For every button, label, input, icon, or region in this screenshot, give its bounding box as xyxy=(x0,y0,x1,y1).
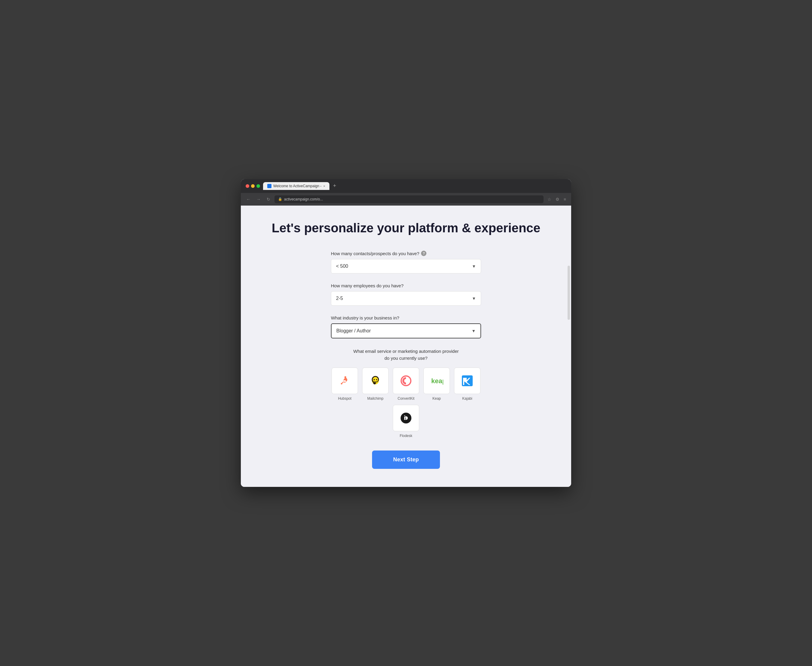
hubspot-icon-box xyxy=(332,368,358,394)
new-tab-button[interactable]: + xyxy=(331,183,338,189)
extensions-icon[interactable]: ⚙ xyxy=(554,196,561,203)
tab-close-icon[interactable]: × xyxy=(324,184,325,188)
convertkit-label: ConvertKit xyxy=(398,396,414,401)
employees-dropdown-arrow: ▼ xyxy=(472,296,476,301)
page-title: Let's personalize your platform & experi… xyxy=(272,221,541,236)
traffic-lights xyxy=(246,184,260,188)
industry-label: What industry is your business in? xyxy=(331,315,481,320)
mailchimp-label: Mailchimp xyxy=(367,396,383,401)
next-step-container: Next Step xyxy=(331,447,481,469)
employees-label: How many employees do you have? xyxy=(331,283,481,288)
toolbar-icons: ☆ ⚙ ≡ xyxy=(546,196,567,203)
flodesk-icon: i i xyxy=(399,411,413,425)
svg-point-2 xyxy=(376,379,377,380)
close-button[interactable] xyxy=(246,184,249,188)
employees-group: How many employees do you have? 2-5 ▼ xyxy=(331,283,481,306)
maximize-button[interactable] xyxy=(256,184,260,188)
keap-icon-box: keap xyxy=(423,368,450,394)
scrollbar[interactable] xyxy=(567,266,570,320)
back-button[interactable]: ← xyxy=(245,196,252,203)
kajabi-label: Kajabi xyxy=(462,396,472,401)
contacts-select[interactable]: < 500 ▼ xyxy=(331,259,481,274)
forward-button[interactable]: → xyxy=(255,196,263,203)
kajabi-icon-box xyxy=(454,368,480,394)
active-tab[interactable]: Welcome to ActiveCampaign - × xyxy=(263,182,329,190)
provider-card-flodesk[interactable]: i i Flodesk xyxy=(393,405,419,438)
contacts-value: < 500 xyxy=(336,264,348,269)
menu-icon[interactable]: ≡ xyxy=(562,196,567,203)
browser-window: Welcome to ActiveCampaign - × + ← → ↻ 🔒 … xyxy=(241,179,571,487)
url-text: activecampaign.com/o... xyxy=(284,197,323,201)
hubspot-label: Hubspot xyxy=(338,396,352,401)
employees-select[interactable]: 2-5 ▼ xyxy=(331,291,481,306)
flodesk-icon-box: i i xyxy=(393,405,419,431)
tab-bar: Welcome to ActiveCampaign - × + xyxy=(263,182,566,190)
provider-card-convertkit[interactable]: ConvertKit xyxy=(393,368,419,401)
providers-grid: Hubspot xyxy=(331,368,481,438)
industry-select[interactable]: Blogger / Author ▼ xyxy=(331,323,481,338)
contacts-group: How many contacts/prospects do you have?… xyxy=(331,251,481,274)
browser-toolbar: ← → ↻ 🔒 activecampaign.com/o... ☆ ⚙ ≡ xyxy=(241,193,571,206)
lock-icon: 🔒 xyxy=(278,197,282,201)
contacts-help-icon[interactable]: ? xyxy=(421,251,426,256)
browser-chrome: Welcome to ActiveCampaign - × + xyxy=(241,179,571,193)
svg-text:keap: keap xyxy=(431,377,443,385)
flodesk-label: Flodesk xyxy=(400,434,412,438)
mailchimp-icon-box xyxy=(362,368,389,394)
refresh-button[interactable]: ↻ xyxy=(265,196,272,203)
tab-favicon xyxy=(267,184,271,188)
provider-card-hubspot[interactable]: Hubspot xyxy=(332,368,358,401)
address-bar[interactable]: 🔒 activecampaign.com/o... xyxy=(275,195,544,203)
industry-value: Blogger / Author xyxy=(336,328,371,334)
provider-card-mailchimp[interactable]: Mailchimp xyxy=(362,368,389,401)
hubspot-icon xyxy=(338,374,351,387)
svg-point-1 xyxy=(373,379,375,380)
email-question: What email service or marketing automati… xyxy=(353,348,459,361)
provider-card-kajabi[interactable]: Kajabi xyxy=(454,368,480,401)
employees-value: 2-5 xyxy=(336,296,343,301)
mailchimp-icon xyxy=(369,374,382,387)
next-step-button[interactable]: Next Step xyxy=(372,450,440,469)
convertkit-icon-box xyxy=(393,368,419,394)
contacts-dropdown-arrow: ▼ xyxy=(472,264,476,269)
form-container: How many contacts/prospects do you have?… xyxy=(331,251,481,469)
email-section: What email service or marketing automati… xyxy=(331,348,481,438)
minimize-button[interactable] xyxy=(251,184,255,188)
keap-label: Keap xyxy=(432,396,441,401)
browser-titlebar: Welcome to ActiveCampaign - × + xyxy=(246,182,566,193)
industry-group: What industry is your business in? Blogg… xyxy=(331,315,481,338)
page-content: Let's personalize your platform & experi… xyxy=(241,206,571,487)
contacts-label: How many contacts/prospects do you have?… xyxy=(331,251,481,256)
bookmarks-icon[interactable]: ☆ xyxy=(546,196,553,203)
convertkit-icon xyxy=(399,374,413,387)
industry-dropdown-arrow: ▼ xyxy=(472,328,476,333)
browser-content-wrapper: Let's personalize your platform & experi… xyxy=(241,206,571,487)
kajabi-icon xyxy=(461,374,474,387)
tab-title: Welcome to ActiveCampaign - xyxy=(273,184,322,188)
keap-icon: keap xyxy=(430,374,443,387)
provider-card-keap[interactable]: keap Keap xyxy=(423,368,450,401)
